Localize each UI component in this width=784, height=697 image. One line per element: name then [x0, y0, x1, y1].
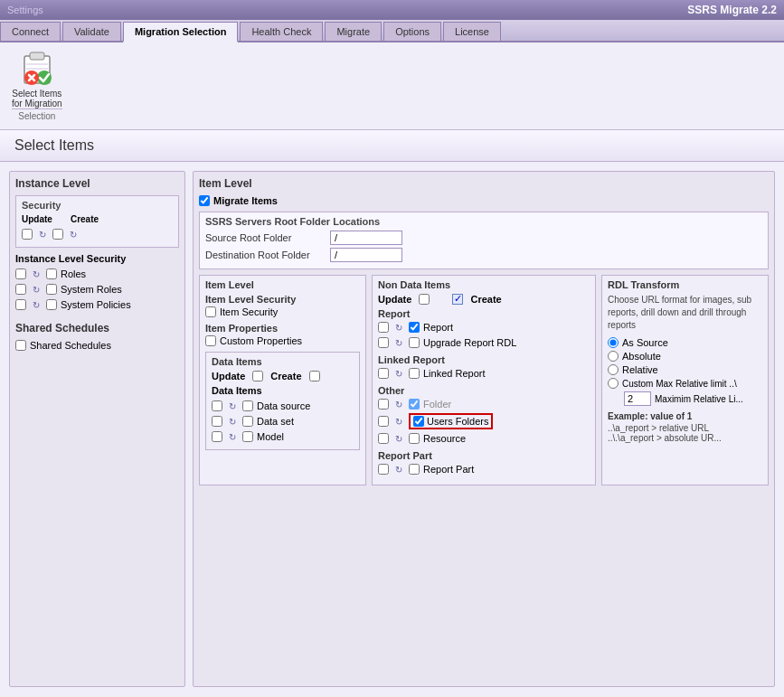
- report-update-checkbox[interactable]: [378, 322, 389, 333]
- example-title: Example: value of 1: [608, 411, 762, 421]
- shared-schedules-title: Shared Schedules: [15, 322, 179, 334]
- report-part-update-checkbox[interactable]: [378, 464, 389, 475]
- report-checkbox[interactable]: [409, 322, 420, 333]
- resource-update-checkbox[interactable]: [378, 433, 389, 444]
- datasource-update-checkbox[interactable]: [212, 400, 222, 411]
- main-content: Instance Level Security Update Create ↻ …: [0, 162, 784, 696]
- toolbar-section-label: Selection: [12, 108, 62, 121]
- upgrade-rdl-checkbox[interactable]: [409, 337, 420, 348]
- system-policies-update-checkbox[interactable]: [15, 299, 26, 310]
- custom-max-label: Custom Max Relative limit ..\: [622, 379, 737, 389]
- data-create-label: Create: [270, 371, 301, 381]
- tab-migration-selection[interactable]: Migration Selection: [123, 22, 238, 42]
- non-data-create-label: Create: [470, 294, 501, 305]
- item-security-checkbox[interactable]: [205, 306, 216, 317]
- datasource-checkbox[interactable]: [242, 400, 253, 411]
- as-source-radio[interactable]: [608, 337, 619, 348]
- tab-options[interactable]: Options: [383, 22, 441, 41]
- roles-checkbox[interactable]: [46, 268, 57, 279]
- absolute-radio[interactable]: [608, 351, 619, 362]
- menu-tabs: Connect Validate Migration Selection Hea…: [0, 20, 784, 42]
- system-policies-checkbox[interactable]: [46, 299, 57, 310]
- roles-label: Roles: [61, 268, 86, 279]
- upgrade-rdl-update-checkbox[interactable]: [378, 337, 389, 348]
- security-title: Security: [22, 200, 173, 211]
- report-title: Report: [378, 308, 590, 319]
- migrate-items-checkbox[interactable]: [199, 195, 210, 206]
- item-level-sub-title: Item Level: [205, 279, 360, 290]
- dataset-checkbox[interactable]: [242, 416, 253, 427]
- folder-checkbox[interactable]: [409, 399, 420, 410]
- data-create-checkbox[interactable]: [309, 371, 320, 381]
- system-roles-update-checkbox[interactable]: [15, 284, 26, 295]
- example-line1: ..\a_report > relative URL: [608, 423, 762, 433]
- tab-license[interactable]: License: [443, 22, 501, 41]
- folder-update-checkbox[interactable]: [378, 399, 389, 410]
- non-data-items-panel: Non Data Items Update Create Report ↻: [372, 275, 596, 485]
- system-roles-label: System Roles: [61, 284, 122, 295]
- report-part-checkbox[interactable]: [409, 464, 420, 475]
- report-part-label: Report Part: [423, 464, 474, 475]
- roles-update-checkbox[interactable]: [15, 268, 26, 279]
- item-security-section: Item Level Security Item Security: [205, 294, 360, 317]
- tab-validate[interactable]: Validate: [62, 22, 121, 41]
- non-data-create-checkbox-blue[interactable]: [452, 294, 463, 305]
- data-update-checkbox[interactable]: [252, 371, 263, 381]
- select-items-toolbar-button[interactable]: Select Itemsfor Migration Selection: [7, 46, 67, 126]
- security-update-rotate-icon: ↻: [36, 228, 49, 240]
- linked-checkbox[interactable]: [409, 368, 420, 379]
- model-checkbox[interactable]: [242, 431, 253, 442]
- source-folder-input[interactable]: [330, 231, 402, 245]
- shared-schedules-checkbox[interactable]: [15, 340, 26, 351]
- linked-report-section: Linked Report ↻ Linked Report: [378, 354, 590, 380]
- model-update-checkbox[interactable]: [212, 431, 222, 442]
- users-folders-update-checkbox[interactable]: [378, 416, 389, 427]
- sub-panels-row: Item Level Item Level Security Item Secu…: [199, 275, 769, 485]
- dest-folder-input[interactable]: [330, 248, 402, 262]
- linked-label: Linked Report: [423, 368, 486, 379]
- source-folder-row: Source Root Folder: [205, 231, 762, 245]
- tab-connect[interactable]: Connect: [0, 22, 61, 41]
- custom-properties-label: Custom Properties: [220, 335, 302, 346]
- report-part-title: Report Part: [378, 450, 590, 461]
- page-title: Select Items: [14, 137, 770, 154]
- max-relative-input[interactable]: [624, 391, 651, 406]
- source-folder-label: Source Root Folder: [205, 232, 323, 243]
- linked-report-title: Linked Report: [378, 354, 590, 365]
- relative-radio[interactable]: [608, 364, 619, 375]
- item-level-panel: Item Level Migrate Items SSRS Servers Ro…: [193, 171, 775, 687]
- non-data-update-label: Update: [378, 294, 411, 305]
- max-relative-label: Maximim Relative Li...: [655, 394, 743, 404]
- rdl-title: RDL Transform: [608, 279, 762, 290]
- custom-properties-checkbox[interactable]: [205, 335, 216, 346]
- security-section: Security Update Create ↻ ↻: [15, 195, 179, 248]
- model-label: Model: [257, 431, 284, 442]
- system-roles-row: ↻ System Roles: [15, 283, 179, 296]
- system-policies-rotate-icon: ↻: [30, 298, 43, 311]
- report-section: Report ↻ Report ↻ Upgrade Report RDL: [378, 308, 590, 349]
- instance-security-label: Instance Level Security: [15, 253, 179, 264]
- linked-update-checkbox[interactable]: [378, 368, 389, 379]
- folder-label: Folder: [423, 399, 451, 410]
- custom-max-radio[interactable]: [608, 378, 619, 389]
- system-roles-checkbox[interactable]: [46, 284, 57, 295]
- non-data-update-checkbox[interactable]: [419, 294, 430, 305]
- system-roles-rotate-icon: ↻: [30, 283, 43, 296]
- other-section: Other ↻ Folder ↻ Users Folders: [378, 385, 590, 445]
- security-update-checkbox[interactable]: [22, 229, 33, 240]
- item-level-title: Item Level: [199, 177, 769, 190]
- as-source-label: As Source: [622, 337, 668, 348]
- users-folders-checkbox[interactable]: [413, 416, 424, 427]
- tab-health-check[interactable]: Health Check: [240, 22, 323, 41]
- example-line2: ..\.\a_report > absolute UR...: [608, 433, 762, 443]
- instance-level-panel: Instance Level Security Update Create ↻ …: [9, 171, 185, 687]
- tab-migrate[interactable]: Migrate: [325, 22, 382, 41]
- dataset-update-checkbox[interactable]: [212, 416, 222, 427]
- update-header: Update: [22, 214, 52, 224]
- security-create-checkbox[interactable]: [52, 229, 63, 240]
- other-title: Other: [378, 385, 590, 396]
- item-properties-section: Item Properties Custom Properties: [205, 323, 360, 346]
- resource-checkbox[interactable]: [409, 433, 420, 444]
- data-items-sub-label: Data Items: [212, 385, 354, 396]
- security-create-rotate-icon: ↻: [67, 228, 80, 240]
